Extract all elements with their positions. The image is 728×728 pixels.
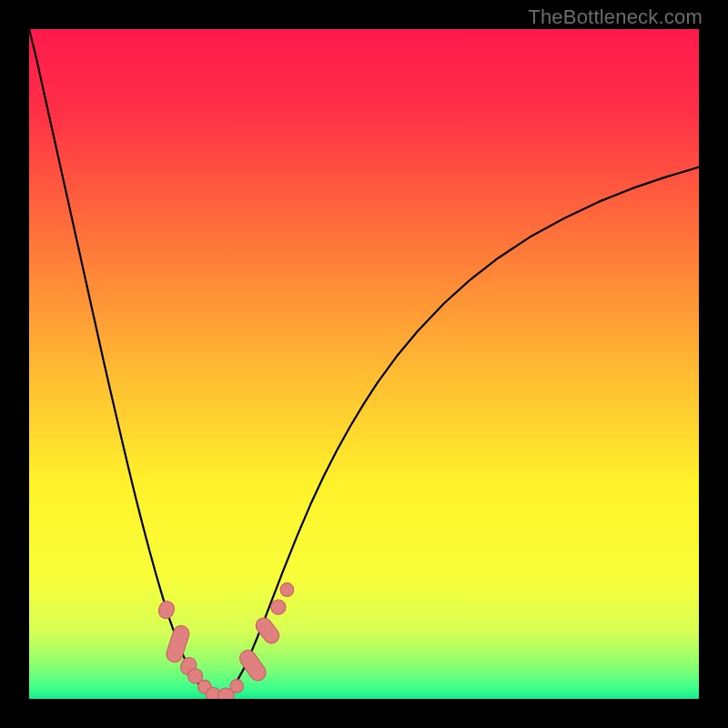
svg-rect-10 xyxy=(253,615,282,647)
curve-layer xyxy=(29,29,699,699)
chart-frame: TheBottleneck.com xyxy=(0,0,728,728)
svg-point-12 xyxy=(280,583,294,597)
watermark-text: TheBottleneck.com xyxy=(528,5,703,29)
svg-point-8 xyxy=(230,680,244,693)
plot-area xyxy=(29,29,699,699)
bottleneck-curve xyxy=(29,29,699,698)
svg-rect-9 xyxy=(237,647,269,683)
svg-point-11 xyxy=(271,600,286,614)
svg-rect-1 xyxy=(157,600,176,621)
curve-markers xyxy=(157,583,293,699)
